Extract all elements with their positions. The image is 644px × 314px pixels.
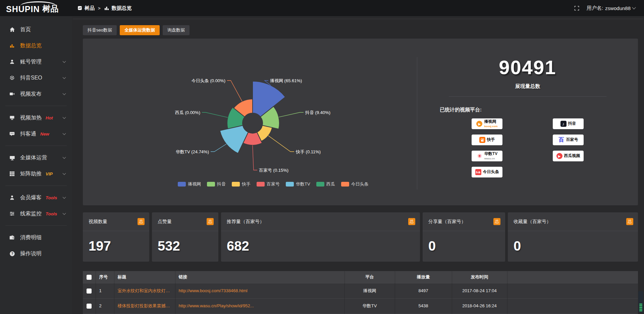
stat-card-header: 视频数量总 bbox=[83, 212, 149, 231]
select-all-checkbox[interactable] bbox=[87, 275, 92, 280]
video-camera-icon bbox=[9, 91, 15, 97]
cell-time: 2018-04-26 16:24 bbox=[452, 298, 507, 313]
legend-item-百家号[interactable]: 百家号 bbox=[257, 181, 280, 187]
legend-item-抖音[interactable]: 抖音 bbox=[207, 181, 226, 187]
kuaishou-logo-icon bbox=[479, 137, 485, 143]
sidebar-item-label: 视频加热 bbox=[20, 114, 42, 121]
xigua-logo-icon: ▶ bbox=[556, 153, 562, 159]
sidebar-item-clue-monitor[interactable]: 线索监控Tools bbox=[0, 206, 72, 222]
col-header-title: 标题 bbox=[114, 271, 175, 283]
sidebar-item-video-publish[interactable]: 视频发布 bbox=[0, 86, 72, 102]
scroll-widget[interactable] bbox=[638, 291, 643, 313]
user-icon bbox=[9, 59, 15, 64]
col-header-platform: 平台 bbox=[344, 271, 395, 283]
breadcrumb-item-app[interactable]: 树品 bbox=[85, 5, 95, 11]
tab-media-operation-data[interactable]: 全媒体运营数据 bbox=[120, 25, 160, 35]
chat-icon bbox=[9, 131, 15, 137]
tab-inquiry-data[interactable]: 询盘数据 bbox=[163, 25, 190, 35]
wallet-icon bbox=[9, 235, 15, 240]
cell-platform: 播视网 bbox=[344, 283, 395, 298]
legend-item-西瓜[interactable]: 西瓜 bbox=[316, 181, 335, 187]
pie-label-抖音: 抖音 (9.40%) bbox=[305, 110, 330, 115]
legend-item-今日头条[interactable]: 今日头条 bbox=[341, 181, 369, 187]
breadcrumb: 树品>数据总览 bbox=[77, 5, 132, 11]
sidebar-item-douketong[interactable]: 抖客通New bbox=[0, 126, 72, 142]
sidebar-item-label: 会员爆客 bbox=[20, 194, 42, 201]
sidebar-item-badge: Tools bbox=[46, 211, 57, 216]
platform-share-rose-chart: 播视网 (65.61%)抖音 (9.40%)快手 (0.11%)百家号 (0.1… bbox=[83, 39, 417, 205]
cell-url-link[interactable]: http://www.wasu.cn/Play/show/id/952... bbox=[175, 298, 344, 313]
cell-index: 1 bbox=[96, 283, 114, 298]
sidebar-divider bbox=[5, 146, 67, 146]
topbar-right: 用户名: zswodun88 bbox=[574, 5, 644, 11]
sidebar-item-media-operation[interactable]: 全媒体运营 bbox=[0, 150, 72, 166]
sidebar-item-video-heat[interactable]: 视频加热Hot bbox=[0, 110, 72, 126]
chevron-down-icon bbox=[63, 196, 66, 199]
cell-plays: 5438 bbox=[395, 298, 452, 313]
sidebar-item-matrix-boost[interactable]: 矩阵助推VIP bbox=[0, 166, 72, 182]
wasu-logo-icon: ✳ bbox=[477, 153, 483, 159]
legend-swatch bbox=[341, 182, 349, 187]
row-checkbox[interactable] bbox=[87, 304, 92, 309]
stat-card-share-count: 分享量（百家号）总0 bbox=[423, 212, 505, 262]
pie-label-line bbox=[202, 112, 228, 117]
chevron-down-icon bbox=[63, 212, 66, 215]
sliders-icon bbox=[9, 211, 15, 216]
stat-cards-row: 视频数量总197点赞量总532推荐量（百家号）总682分享量（百家号）总0收藏量… bbox=[83, 212, 638, 262]
legend-item-播视网[interactable]: 播视网 bbox=[178, 181, 201, 187]
app-logo[interactable]: SHUPIN 树品 bbox=[0, 0, 72, 16]
home-icon bbox=[9, 27, 15, 33]
legend-item-华数TV[interactable]: 华数TV bbox=[286, 181, 310, 187]
sidebar-item-label: 抖音SEO bbox=[20, 74, 42, 82]
widget-bar bbox=[639, 304, 642, 305]
pie-label-line bbox=[253, 145, 257, 170]
legend-swatch bbox=[207, 182, 215, 187]
header-divider bbox=[73, 19, 643, 19]
monitor-icon bbox=[9, 155, 15, 161]
stat-card-recommend-count: 推荐量（百家号）总682 bbox=[221, 212, 420, 262]
legend-swatch bbox=[232, 182, 240, 187]
sidebar-item-account[interactable]: 账号管理 bbox=[0, 54, 72, 70]
table-row: 2楼体投影灯投影效果震撼上市http://www.wasu.cn/Play/sh… bbox=[83, 298, 638, 313]
widget-bar bbox=[639, 310, 642, 311]
sidebar-item-member-burst[interactable]: 会员爆客Tools bbox=[0, 190, 72, 206]
platform-badge-baijiahao: 百百家号 bbox=[553, 135, 584, 145]
chevron-down-icon bbox=[63, 76, 66, 79]
sidebar-item-label: 消费明细 bbox=[20, 234, 42, 241]
sidebar-divider bbox=[5, 225, 67, 226]
chevron-down-icon bbox=[632, 5, 636, 9]
cell-url-link[interactable]: http://www.boosj.com/7338468.html bbox=[175, 283, 344, 298]
data-tabs: 抖音seo数据全媒体运营数据询盘数据 bbox=[83, 25, 638, 35]
sidebar-item-home[interactable]: 首页 bbox=[0, 21, 72, 38]
cell-title-link[interactable]: 室外水纹灯和室内水纹灯的区别和简介 bbox=[114, 283, 175, 298]
col-header-index: 序号 bbox=[96, 271, 114, 283]
legend-label: 今日头条 bbox=[351, 181, 369, 187]
stat-card-favorite-count: 收藏量（百家号）总0 bbox=[508, 212, 638, 262]
breadcrumb-separator: > bbox=[98, 6, 101, 11]
platform-badge-wasu: ✳华数TVwasu.cn bbox=[472, 151, 502, 161]
pie-slice-华数TV[interactable] bbox=[220, 125, 249, 153]
sidebar-item-help[interactable]: ?操作说明 bbox=[0, 246, 72, 262]
breadcrumb-item-data-overview[interactable]: 数据总览 bbox=[112, 5, 132, 11]
platform-name: 抖音 bbox=[568, 121, 576, 126]
tab-douyin-seo-data[interactable]: 抖音seo数据 bbox=[83, 25, 117, 35]
sidebar: 首页数据总览账号管理抖音SEO视频发布视频加热Hot抖客通New全媒体运营矩阵助… bbox=[0, 16, 72, 314]
pie-label-line bbox=[211, 144, 226, 152]
stat-card-title: 推荐量（百家号） bbox=[227, 219, 264, 225]
pie-label-line bbox=[227, 81, 242, 101]
legend-item-快手[interactable]: 快手 bbox=[232, 181, 251, 187]
row-checkbox[interactable] bbox=[87, 289, 92, 294]
stat-card-value: 682 bbox=[221, 231, 420, 254]
sidebar-item-label: 抖客通 bbox=[20, 130, 36, 138]
sidebar-item-data-overview[interactable]: 数据总览 bbox=[0, 38, 72, 54]
sidebar-item-douyin-seo[interactable]: 抖音SEO bbox=[0, 70, 72, 86]
fullscreen-icon[interactable] bbox=[574, 6, 579, 11]
chevron-down-icon bbox=[63, 132, 66, 135]
sidebar-item-expense-detail[interactable]: 消费明细 bbox=[0, 229, 72, 246]
logo-arc-icon bbox=[20, 1, 56, 6]
legend-label: 西瓜 bbox=[326, 181, 335, 187]
platforms-title: 已统计的视频平台: bbox=[440, 107, 638, 113]
sidebar-item-label: 全媒体运营 bbox=[20, 154, 47, 161]
user-menu[interactable]: 用户名: zswodun88 bbox=[587, 5, 635, 11]
cell-title-link[interactable]: 楼体投影灯投影效果震撼上市 bbox=[114, 298, 175, 313]
